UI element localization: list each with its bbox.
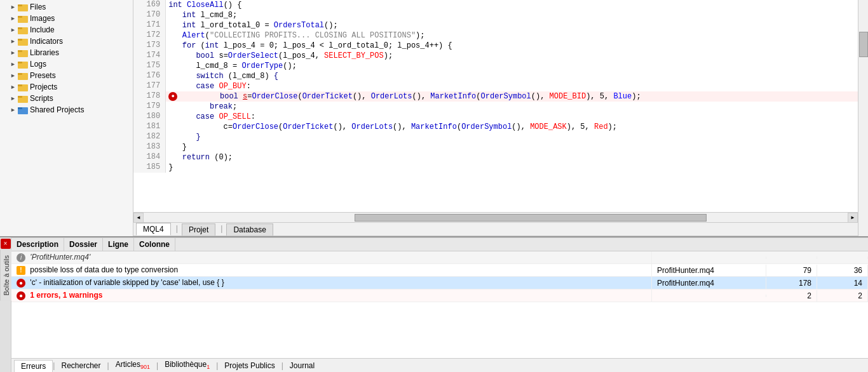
sidebar-label-images: Images [30, 14, 55, 23]
sidebar-item-shared-projects[interactable]: ► Shared Projects [0, 104, 133, 116]
line-code: bool s=OrderSelect(l_pos_4, SELECT_BY_PO… [166, 51, 858, 61]
warn-icon: ! [17, 266, 25, 275]
sidebar-label-include: Include [30, 25, 55, 34]
folder-icon-logs [18, 60, 28, 69]
table-row: 170 int l_cmd_8; [133, 10, 858, 20]
tab-separator-1: | [175, 225, 179, 234]
error-text-section: 'ProfitHunter.mq4' [30, 253, 90, 262]
error-row-error[interactable]: ● 'c' - initialization of variable skipp… [11, 277, 868, 289]
tab-mql4[interactable]: MQL4 [136, 223, 171, 236]
sidebar-item-indicators[interactable]: ► Indicators [0, 36, 133, 47]
table-row: 173 for (int l_pos_4 = 0; l_pos_4 < l_or… [133, 41, 858, 51]
line-number: 169 [133, 0, 166, 10]
error-table-header: Description Dossier Ligne Colonne [11, 238, 868, 251]
scroll-thumb-v[interactable] [859, 32, 868, 57]
error-dossier-summary [652, 295, 766, 297]
svg-rect-3 [18, 16, 22, 18]
svg-rect-7 [18, 39, 22, 41]
bottom-tabs: Erreurs | Rechercher | Articles901 | Bib… [11, 358, 868, 372]
bottom-section: × Boîte à outils Description Dossier Lig… [0, 236, 868, 372]
line-number: 171 [133, 20, 166, 30]
line-number: 177 [133, 81, 166, 91]
folder-icon-images [18, 14, 28, 23]
header-ligne: Ligne [103, 238, 134, 251]
bottom-tab-bibliotheque[interactable]: Bibliothèque1 [158, 359, 216, 371]
sidebar-item-presets[interactable]: ► Presets [0, 70, 133, 81]
error-panel: Description Dossier Ligne Colonne i 'Pro… [11, 237, 868, 358]
table-row: 178 ● bool s=OrderClose(OrderTicket(), O… [133, 91, 858, 102]
header-dossier: Dossier [64, 238, 103, 251]
tab-database[interactable]: Database [226, 223, 273, 236]
bottom-main: Description Dossier Ligne Colonne i 'Pro… [11, 237, 868, 372]
error-ligne-summary: 2 [766, 290, 817, 302]
sidebar-item-libraries[interactable]: ► Libraries [0, 47, 133, 58]
svg-rect-5 [18, 27, 22, 29]
folder-icon-files [18, 3, 28, 11]
sidebar-item-include[interactable]: ► Include [0, 24, 133, 36]
expand-icon-include: ► [10, 27, 17, 33]
vertical-scrollbar[interactable] [858, 0, 868, 236]
error-desc-error: ● 'c' - initialization of variable skipp… [11, 277, 652, 289]
bottom-tab-journal[interactable]: Journal [283, 360, 321, 371]
error-ligne-warn: 79 [766, 265, 817, 276]
scroll-left-button[interactable]: ◀ [133, 213, 144, 223]
error-dossier-warn: ProfitHunter.mq4 [652, 265, 766, 276]
error-colonne-section [817, 256, 868, 259]
table-row: 184 return (0); [133, 152, 858, 163]
line-code: case OP_SELL: [166, 112, 858, 122]
sidebar-item-files[interactable]: ► Files [0, 1, 133, 13]
error-row-section[interactable]: i 'ProfitHunter.mq4' [11, 251, 868, 264]
sidebar-label-indicators: Indicators [30, 37, 63, 46]
line-number: 173 [133, 41, 166, 51]
sidebar-item-logs[interactable]: ► Logs [0, 58, 133, 70]
error-colonne-error: 14 [817, 277, 868, 289]
sidebar-item-projects[interactable]: ► Projects [0, 81, 133, 93]
horizontal-scrollbar[interactable]: ◀ ▶ [133, 212, 858, 222]
table-row: 185 } [133, 163, 858, 173]
table-row: 179 break; [133, 102, 858, 112]
table-row: 183 } [133, 142, 858, 152]
code-content[interactable]: 169 int CloseAll() { 170 int l_cmd_8; 17… [133, 0, 858, 212]
sidebar-label-projects: Projects [30, 83, 57, 91]
scroll-thumb[interactable] [355, 214, 707, 222]
line-number: 180 [133, 112, 166, 122]
header-colonne: Colonne [134, 238, 175, 251]
error-ligne-section [766, 256, 817, 259]
error-colonne-summary: 2 [817, 290, 868, 302]
error-row-summary[interactable]: ● 1 errors, 1 warnings 2 2 [11, 289, 868, 302]
svg-rect-1 [18, 4, 22, 6]
error-desc-section: i 'ProfitHunter.mq4' [11, 251, 652, 263]
editor-tab-row: MQL4 | Projet | Database [133, 222, 858, 236]
sidebar-label-scripts: Scripts [30, 94, 53, 103]
error-text-error: 'c' - initialization of variable skipped… [30, 278, 224, 287]
tab-projet[interactable]: Projet [182, 223, 215, 236]
sidebar-item-images[interactable]: ► Images [0, 13, 133, 24]
sidebar-item-scripts[interactable]: ► Scripts [0, 93, 133, 104]
error-ligne-error: 178 [766, 277, 817, 289]
bottom-content: × Boîte à outils Description Dossier Lig… [0, 237, 868, 372]
svg-rect-15 [18, 84, 22, 86]
bottom-tab-projets-publics[interactable]: Projets Publics [218, 360, 281, 371]
scroll-right-button[interactable]: ▶ [848, 213, 858, 223]
line-code: ● bool s=OrderClose(OrderTicket(), Order… [166, 91, 858, 102]
sidebar-label-presets: Presets [30, 71, 56, 80]
svg-rect-13 [18, 73, 22, 75]
summary-icon: ● [17, 291, 25, 300]
bottom-tab-articles[interactable]: Articles901 [109, 359, 156, 371]
line-code: l_cmd_8 = OrderType(); [166, 61, 858, 71]
error-colonne-warn: 36 [817, 265, 868, 276]
error-row-warning[interactable]: ! possible loss of data due to type conv… [11, 264, 868, 277]
bottom-tab-rechercher[interactable]: Rechercher [55, 360, 107, 371]
table-row: 176 switch (l_cmd_8) { [133, 71, 858, 81]
line-number: 183 [133, 142, 166, 152]
table-row: 169 int CloseAll() { [133, 0, 858, 10]
side-tools-label[interactable]: Boîte à outils [0, 250, 11, 301]
close-panel-button[interactable]: × [1, 239, 11, 249]
bottom-tab-erreurs[interactable]: Erreurs [14, 360, 53, 372]
folder-icon-indicators [18, 37, 28, 46]
line-code: } [166, 142, 858, 152]
line-code: break; [166, 102, 858, 112]
line-code: } [166, 132, 858, 142]
folder-icon-projects [18, 83, 28, 91]
tab-separator-2: | [219, 225, 224, 234]
